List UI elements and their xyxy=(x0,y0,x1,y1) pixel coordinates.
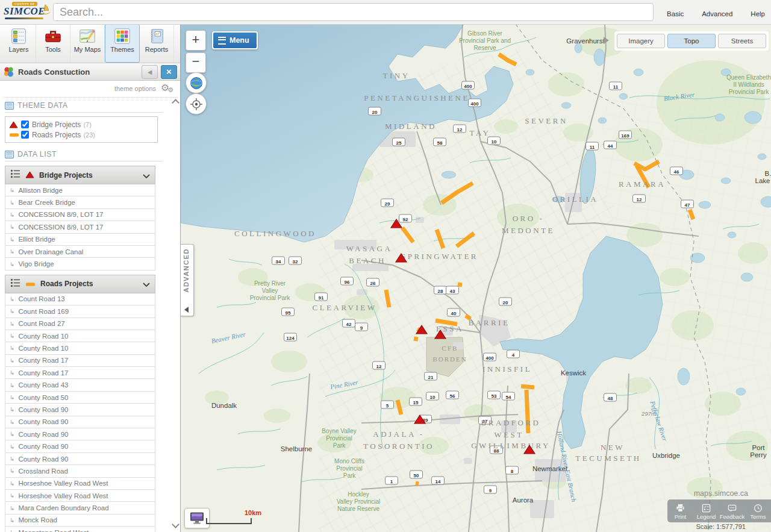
svg-text:15: 15 xyxy=(413,400,419,405)
toolbar-button-layers[interactable]: Layers xyxy=(2,24,36,63)
map-label: Hockley xyxy=(348,491,369,498)
map-label: ORO - xyxy=(513,214,545,223)
home-extent-button[interactable] xyxy=(186,72,207,93)
list-item[interactable]: Vigo Bridge xyxy=(5,258,155,270)
toolbar-button-reports[interactable]: Reports xyxy=(140,24,174,63)
route-shield: 8 xyxy=(506,466,519,474)
theme-options-link[interactable]: theme options xyxy=(114,85,156,92)
map-label: Valley xyxy=(262,287,278,294)
theme-data-box: Bridge Projects(7)Roads Projects(23) xyxy=(5,116,158,143)
theme-data-row[interactable]: Bridge Projects(7) xyxy=(9,119,154,130)
basemap-collapse-icon[interactable] xyxy=(604,37,609,44)
svg-text:124: 124 xyxy=(286,336,295,341)
list-item[interactable]: County Road 10 xyxy=(5,342,155,354)
top-link-advanced[interactable]: Advanced xyxy=(702,10,732,17)
menu-button[interactable]: Menu xyxy=(212,31,258,49)
list-item[interactable]: Count Road 13 xyxy=(5,293,155,305)
list-item[interactable]: Horseshoe Valley Road West xyxy=(5,490,155,502)
route-shield: 400 xyxy=(462,81,475,89)
svg-text:169: 169 xyxy=(621,133,629,139)
map-label: Park xyxy=(333,442,346,449)
footer-button-label: Terms xyxy=(745,513,771,520)
map-label: MIDLAND xyxy=(385,122,437,131)
layer-checkbox[interactable] xyxy=(21,120,29,128)
map-canvas[interactable]: 4004002012255810111694411461247299226284… xyxy=(181,24,771,532)
layer-checkbox[interactable] xyxy=(21,131,29,139)
list-item[interactable]: CONCESSION 8/9, LOT 17 xyxy=(5,209,155,221)
route-shield: 32 xyxy=(289,257,302,264)
footer-button-feedback[interactable]: Feedback xyxy=(719,502,745,520)
list-item[interactable]: Over Drainage Canal xyxy=(5,246,155,258)
svg-text:9: 9 xyxy=(489,488,492,493)
list-item[interactable]: Alliston Bridge xyxy=(5,184,155,196)
basemap-button-imagery[interactable]: Imagery xyxy=(617,34,665,48)
route-shield: 44 xyxy=(604,141,617,149)
svg-text:400: 400 xyxy=(470,101,479,107)
scroll-up-icon[interactable] xyxy=(172,99,179,107)
list-item[interactable]: Monck Road xyxy=(5,515,155,527)
group-header-triangle[interactable]: Bridge Projects xyxy=(5,166,155,184)
search-input[interactable] xyxy=(53,3,654,21)
panel-back-button[interactable] xyxy=(142,65,158,79)
locate-button[interactable] xyxy=(186,93,207,114)
group-header-bar[interactable]: Roads Projects xyxy=(5,275,155,293)
map-label: SEVERN xyxy=(525,116,568,125)
list-item[interactable]: County Road 90 xyxy=(5,440,155,452)
toolbar-button-tools[interactable]: Tools xyxy=(36,24,70,63)
theme-data-row[interactable]: Roads Projects(23) xyxy=(9,130,154,140)
basemap-button-topo[interactable]: Topo xyxy=(667,34,716,48)
svg-text:50: 50 xyxy=(414,473,419,478)
list-item[interactable]: Count Road 169 xyxy=(5,305,155,318)
section-data-list: DATA LIST xyxy=(5,150,163,161)
panel-scrollbar[interactable] xyxy=(171,98,180,531)
route-shield: 9 xyxy=(355,323,368,331)
basemap-button-streets[interactable]: Streets xyxy=(718,34,766,48)
route-shield: 400 xyxy=(484,353,496,361)
map-label: BORDEN xyxy=(432,355,467,363)
list-item[interactable]: Elliot Bridge xyxy=(5,234,155,246)
list-item[interactable]: Mara Carden Boundary Road xyxy=(5,502,155,514)
list-item[interactable]: Count Road 27 xyxy=(5,318,155,330)
list-item[interactable]: Horseshoe Valley Road West xyxy=(5,478,155,490)
list-item[interactable]: County Road 90 xyxy=(5,416,155,428)
svg-text:20: 20 xyxy=(503,300,508,305)
list-item[interactable]: County Road 17 xyxy=(5,367,155,379)
map-label: Queen Elizabeth xyxy=(726,74,771,81)
list-item[interactable]: Bear Creek Bridge xyxy=(5,196,155,208)
list-item[interactable]: County Road 50 xyxy=(5,392,155,404)
list-item[interactable]: County Road 43 xyxy=(5,379,155,391)
zoom-in-button[interactable]: + xyxy=(186,30,206,51)
panel-close-button[interactable] xyxy=(161,65,177,79)
map-label: Park xyxy=(343,472,357,479)
route-shield: 10 xyxy=(488,137,501,145)
road-project-segment xyxy=(458,284,462,285)
map-label: Provincial Park xyxy=(729,89,770,95)
map-footer-bar: PrintLegendFeedbackTerms xyxy=(667,499,771,522)
list-item[interactable]: County Road 90 xyxy=(5,404,155,416)
list-item[interactable]: County Road 90 xyxy=(5,453,155,465)
list-item[interactable]: County Road 17 xyxy=(5,355,155,367)
road-project-segment xyxy=(414,339,418,339)
list-item[interactable]: County Road 10 xyxy=(5,330,155,342)
footer-button-legend[interactable]: Legend xyxy=(693,502,719,520)
list-icon xyxy=(10,169,20,181)
footer-button-print[interactable]: Print xyxy=(667,502,693,520)
map-label: Gibson River xyxy=(467,30,502,37)
zoom-out-button[interactable]: − xyxy=(186,52,206,73)
scroll-down-icon[interactable] xyxy=(172,521,179,528)
toolbar-button-mymaps[interactable]: My Maps xyxy=(70,24,105,63)
svg-text:1: 1 xyxy=(390,479,393,484)
top-link-help[interactable]: Help xyxy=(751,10,765,17)
road-project-segment xyxy=(416,483,419,484)
list-item[interactable]: Moonstone Road West xyxy=(5,527,155,532)
list-item[interactable]: County Road 90 xyxy=(5,428,155,440)
top-link-basic[interactable]: Basic xyxy=(667,10,684,17)
map-label: Mono Cliffs xyxy=(334,458,364,465)
footer-button-terms[interactable]: Terms xyxy=(745,502,771,520)
map-label: SPRINGWATER xyxy=(401,252,478,261)
list-item[interactable]: CONCESSION 8/9, LOT 17 xyxy=(5,221,155,233)
list-item[interactable]: Crossland Road xyxy=(5,465,155,477)
advanced-search-tab[interactable]: ADVANCED xyxy=(181,244,194,316)
section-icon xyxy=(5,151,14,158)
toolbar-button-themes[interactable]: Themes xyxy=(105,24,140,63)
